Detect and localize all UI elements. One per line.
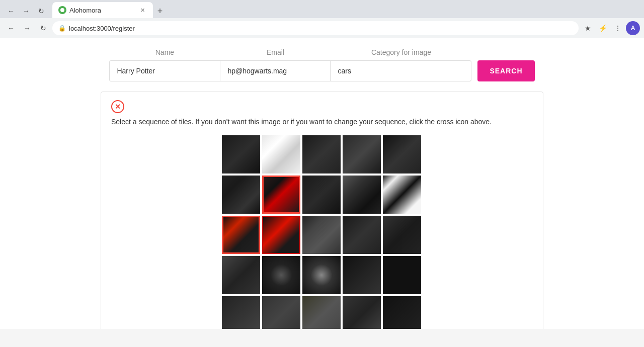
grid-cell-23[interactable] — [343, 296, 381, 329]
grid-cell-7[interactable] — [302, 176, 341, 214]
grid-cell-16[interactable] — [262, 256, 300, 294]
active-tab[interactable]: Alohomora ✕ — [52, 2, 153, 18]
lock-icon: 🔒 — [58, 25, 66, 32]
grid-cell-5[interactable] — [222, 176, 260, 214]
captcha-container: ✕ Select a sequence of tiles. If you don… — [101, 92, 543, 329]
back-button[interactable]: ← — [4, 4, 18, 18]
email-label: Email — [267, 48, 284, 56]
tab-title: Alohomora — [69, 7, 101, 14]
grid-cell-15[interactable] — [222, 256, 260, 294]
grid-cell-10[interactable] — [222, 216, 260, 254]
captcha-image-grid — [222, 135, 421, 329]
grid-cell-12[interactable] — [302, 216, 341, 254]
page-content: Name Email Category for image SEARCH ✕ S… — [0, 38, 644, 329]
tab-bar: ← → ↻ Alohomora ✕ + — [0, 0, 644, 18]
address-bar[interactable]: 🔒 localhost:3000/register — [52, 21, 579, 35]
captcha-instruction: Select a sequence of tiles. If you don't… — [111, 117, 533, 127]
category-group: Category for image — [331, 48, 471, 81]
grid-cell-17[interactable] — [302, 256, 341, 294]
grid-cell-18[interactable] — [343, 256, 381, 294]
url-text: localhost:3000/register — [69, 25, 135, 32]
grid-cell-0[interactable] — [222, 135, 260, 173]
form-row: Name Email Category for image SEARCH — [10, 48, 634, 81]
grid-cell-14[interactable] — [383, 216, 421, 254]
grid-cell-9[interactable] — [383, 176, 421, 214]
browser-chrome: ← → ↻ Alohomora ✕ + ← → ↻ 🔒 localhost:30… — [0, 0, 644, 38]
grid-cell-3[interactable] — [343, 135, 381, 173]
grid-cell-19[interactable] — [383, 256, 421, 294]
email-group: Email — [220, 48, 331, 81]
profile-avatar[interactable]: A — [626, 21, 640, 35]
close-captcha-button[interactable]: ✕ — [111, 100, 124, 113]
search-button[interactable]: SEARCH — [477, 60, 534, 81]
reload-nav-button[interactable]: ↻ — [36, 21, 50, 35]
bookmark-button[interactable]: ★ — [581, 21, 595, 35]
grid-cell-20[interactable] — [222, 296, 260, 329]
grid-cell-22[interactable] — [302, 296, 341, 329]
grid-cell-4[interactable] — [383, 135, 421, 173]
grid-cell-2[interactable] — [302, 135, 341, 173]
browser-actions: ★ ⚡ ⋮ A — [581, 21, 640, 35]
grid-cell-8[interactable] — [343, 176, 381, 214]
grid-cell-24[interactable] — [383, 296, 421, 329]
category-label: Category for image — [371, 48, 431, 56]
name-input[interactable] — [109, 60, 220, 81]
grid-cell-6[interactable] — [262, 176, 300, 214]
address-bar-row: ← → ↻ 🔒 localhost:3000/register ★ ⚡ ⋮ A — [0, 18, 644, 38]
grid-cell-13[interactable] — [343, 216, 381, 254]
browser-menu-button[interactable]: ⋮ — [611, 21, 625, 35]
reload-button[interactable]: ↻ — [34, 4, 48, 18]
grid-cell-11[interactable] — [262, 216, 300, 254]
tab-close-button[interactable]: ✕ — [138, 6, 147, 15]
tab-favicon — [58, 6, 66, 14]
forward-button[interactable]: → — [19, 4, 33, 18]
main-container: Name Email Category for image SEARCH ✕ S… — [0, 38, 644, 329]
close-icon-row: ✕ — [111, 100, 533, 113]
category-input[interactable] — [331, 60, 471, 81]
new-tab-button[interactable]: + — [153, 4, 167, 18]
grid-cell-1[interactable] — [262, 135, 300, 173]
email-input[interactable] — [220, 60, 331, 81]
svg-point-0 — [60, 8, 64, 12]
name-label: Name — [155, 48, 174, 56]
forward-nav-button[interactable]: → — [20, 21, 34, 35]
back-nav-button[interactable]: ← — [4, 21, 18, 35]
name-group: Name — [109, 48, 220, 81]
extensions-button[interactable]: ⚡ — [596, 21, 610, 35]
grid-cell-21[interactable] — [262, 296, 300, 329]
